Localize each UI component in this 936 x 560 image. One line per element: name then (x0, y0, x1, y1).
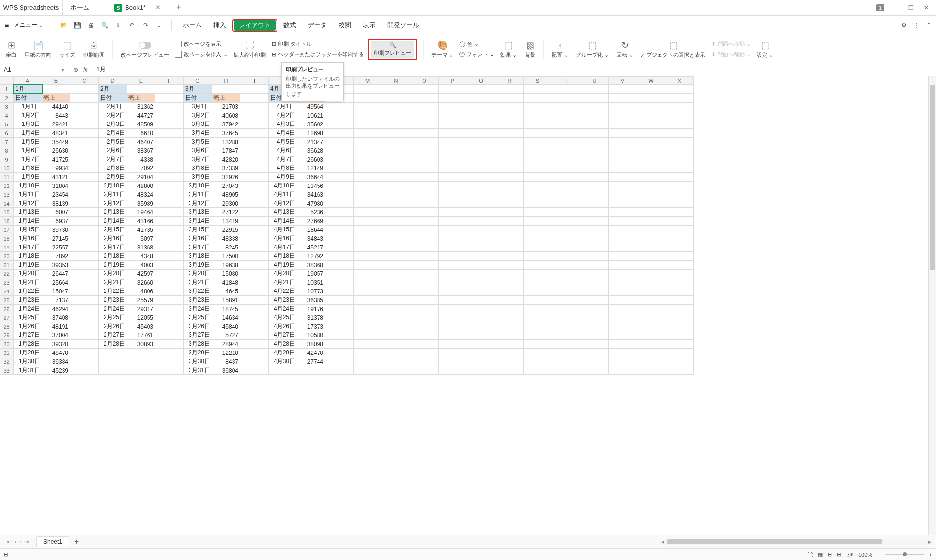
cell[interactable]: 1月22日 (14, 287, 42, 296)
cell[interactable] (410, 322, 439, 331)
cell[interactable] (495, 349, 524, 357)
cell[interactable]: 2月3日 (99, 120, 127, 129)
cell[interactable] (410, 182, 439, 190)
cell[interactable]: 2月23日 (99, 296, 127, 305)
cell[interactable]: 31804 (42, 182, 70, 190)
cell[interactable] (637, 340, 665, 349)
cell[interactable] (609, 146, 637, 155)
cell[interactable] (382, 261, 410, 270)
cell[interactable]: 2月1日 (99, 103, 127, 111)
cell[interactable]: 27145 (42, 234, 70, 243)
cell[interactable] (665, 94, 694, 103)
cell[interactable]: 1月12日 (14, 199, 42, 208)
column-header[interactable]: G (184, 76, 212, 85)
cell[interactable] (70, 305, 99, 313)
cell[interactable]: 2月21日 (99, 278, 127, 287)
cell[interactable] (410, 146, 439, 155)
cell[interactable]: 6937 (42, 217, 70, 226)
cell[interactable] (552, 287, 580, 296)
cell[interactable] (155, 164, 184, 173)
cell[interactable]: 2月9日 (99, 173, 127, 182)
cell[interactable] (665, 173, 694, 182)
column-header[interactable]: B (42, 76, 70, 85)
cell[interactable] (70, 357, 99, 366)
cell[interactable] (99, 357, 127, 366)
cell[interactable] (325, 366, 354, 375)
cell[interactable]: 4月24日 (269, 305, 297, 313)
cell[interactable] (609, 155, 637, 164)
cell[interactable]: 48470 (42, 349, 70, 357)
cell[interactable]: 41848 (212, 278, 240, 287)
cell[interactable] (637, 129, 665, 138)
row-header[interactable]: 10 (0, 164, 14, 173)
cell[interactable] (467, 199, 495, 208)
cell[interactable]: 42820 (212, 155, 240, 164)
cell[interactable]: 4月21日 (269, 278, 297, 287)
cell[interactable]: 22915 (212, 226, 240, 234)
cell[interactable]: 40608 (212, 111, 240, 120)
cell[interactable] (524, 234, 552, 243)
cell[interactable] (382, 94, 410, 103)
row-header[interactable]: 5 (0, 120, 14, 129)
row-header[interactable]: 21 (0, 261, 14, 270)
cell[interactable] (637, 164, 665, 173)
cell[interactable] (240, 331, 269, 340)
align-button[interactable]: ⫞配置 ⌄ (550, 40, 570, 58)
cell[interactable] (665, 322, 694, 331)
cell[interactable]: 3月23日 (184, 296, 212, 305)
cell[interactable] (552, 366, 580, 375)
cell[interactable] (155, 357, 184, 366)
cell[interactable] (665, 234, 694, 243)
cell[interactable]: 8443 (42, 111, 70, 120)
cell[interactable] (70, 146, 99, 155)
cell[interactable] (665, 331, 694, 340)
cell[interactable] (495, 217, 524, 226)
cell[interactable] (524, 349, 552, 357)
cell[interactable] (325, 234, 354, 243)
cell[interactable] (552, 357, 580, 366)
cell[interactable] (609, 111, 637, 120)
cell[interactable] (410, 357, 439, 366)
cell[interactable]: 2月4日 (99, 129, 127, 138)
cell[interactable]: 37408 (42, 313, 70, 322)
cell[interactable] (354, 138, 382, 146)
cell[interactable] (439, 85, 467, 94)
cell[interactable] (580, 85, 609, 94)
cell[interactable]: 36644 (297, 173, 325, 182)
cell[interactable] (637, 252, 665, 261)
cell[interactable] (240, 226, 269, 234)
cell[interactable] (552, 199, 580, 208)
cell[interactable] (325, 111, 354, 120)
tab-developer[interactable]: 開発ツール (382, 18, 425, 33)
cell[interactable] (354, 111, 382, 120)
cell[interactable] (552, 217, 580, 226)
cell[interactable] (467, 129, 495, 138)
cell[interactable]: 19638 (212, 261, 240, 270)
cell[interactable] (354, 261, 382, 270)
settings-button[interactable]: ⬚設定 ⌄ (755, 40, 775, 58)
cell[interactable]: 45840 (212, 322, 240, 331)
cell[interactable]: 4645 (212, 287, 240, 296)
cell[interactable]: 4月4日 (269, 129, 297, 138)
cell[interactable] (70, 313, 99, 322)
cell[interactable] (609, 85, 637, 94)
cell[interactable]: 3月30日 (184, 357, 212, 366)
cell[interactable]: 4月8日 (269, 164, 297, 173)
cell[interactable] (155, 261, 184, 270)
rotate-button[interactable]: ↻回転 ⌄ (615, 40, 635, 58)
cell[interactable] (580, 208, 609, 217)
cell[interactable] (552, 305, 580, 313)
minimize-button[interactable]: — (890, 4, 900, 11)
cell[interactable] (665, 182, 694, 190)
cell[interactable] (467, 296, 495, 305)
cell[interactable] (70, 190, 99, 199)
cell[interactable] (495, 129, 524, 138)
cell[interactable] (665, 243, 694, 252)
row-header[interactable]: 30 (0, 340, 14, 349)
cell[interactable]: 1月6日 (14, 146, 42, 155)
sheet-nav-last[interactable]: ⇥ (24, 539, 29, 545)
cell[interactable] (637, 94, 665, 103)
cell[interactable] (155, 313, 184, 322)
cell[interactable]: 17847 (212, 146, 240, 155)
cell[interactable] (495, 111, 524, 120)
